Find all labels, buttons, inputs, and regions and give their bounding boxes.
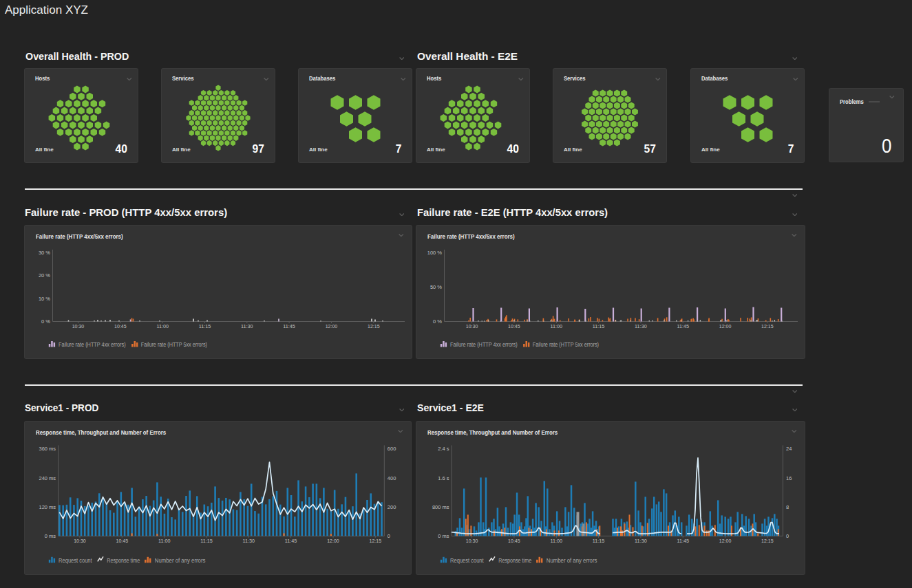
svg-text:30 %: 30 % [39, 250, 50, 256]
svg-text:0 ms: 0 ms [45, 533, 56, 539]
svg-text:11:45: 11:45 [285, 538, 297, 544]
svg-text:11:15: 11:15 [593, 538, 605, 544]
svg-text:11:30: 11:30 [635, 538, 647, 544]
svg-text:Failure rate (HTTP 4xx errors): Failure rate (HTTP 4xx errors) [450, 341, 518, 348]
svg-text:12:15: 12:15 [761, 538, 774, 544]
svg-text:20 %: 20 % [39, 272, 50, 279]
svg-text:10:30: 10:30 [466, 538, 478, 544]
svg-text:0: 0 [388, 533, 390, 539]
svg-text:200: 200 [388, 504, 396, 510]
svg-text:0 %: 0 % [41, 318, 50, 325]
svg-text:120 ms: 120 ms [39, 504, 56, 510]
svg-text:11:00: 11:00 [156, 323, 169, 329]
svg-text:Failure rate (HTTP 5xx errors): Failure rate (HTTP 5xx errors) [533, 341, 599, 348]
svg-text:10:45: 10:45 [116, 538, 129, 544]
svg-text:10:45: 10:45 [508, 538, 520, 544]
svg-text:10 %: 10 % [39, 296, 50, 302]
svg-text:0 %: 0 % [433, 318, 442, 325]
svg-text:11:45: 11:45 [283, 323, 295, 329]
svg-text:10:45: 10:45 [114, 323, 127, 329]
svg-text:10:30: 10:30 [74, 538, 86, 544]
svg-text:12:15: 12:15 [761, 323, 774, 329]
svg-text:11:15: 11:15 [199, 323, 211, 329]
svg-text:8: 8 [786, 504, 789, 510]
svg-text:1.6 s: 1.6 s [438, 475, 449, 481]
svg-text:11:00: 11:00 [158, 538, 171, 544]
svg-text:Number of any errors: Number of any errors [155, 557, 206, 564]
svg-text:10:45: 10:45 [508, 323, 520, 329]
svg-text:12:00: 12:00 [326, 323, 338, 329]
svg-text:0: 0 [786, 533, 789, 539]
svg-text:240 ms: 240 ms [39, 475, 56, 481]
svg-text:11:15: 11:15 [593, 323, 605, 329]
svg-text:11:00: 11:00 [551, 538, 563, 544]
svg-text:11:15: 11:15 [200, 538, 213, 544]
svg-text:12:00: 12:00 [719, 538, 732, 544]
svg-text:11:45: 11:45 [677, 323, 689, 329]
svg-text:11:00: 11:00 [551, 323, 563, 329]
svg-text:360 ms: 360 ms [39, 446, 56, 452]
svg-text:16: 16 [786, 475, 792, 481]
svg-text:600: 600 [388, 446, 396, 452]
svg-text:Failure rate (HTTP 4xx errors): Failure rate (HTTP 4xx errors) [59, 341, 126, 348]
svg-text:11:30: 11:30 [241, 323, 253, 329]
svg-text:Request count: Request count [59, 557, 92, 564]
svg-text:400: 400 [388, 475, 396, 481]
svg-text:11:30: 11:30 [243, 538, 255, 544]
svg-text:Failure rate (HTTP 5xx errors): Failure rate (HTTP 5xx errors) [141, 341, 207, 348]
svg-text:10:30: 10:30 [466, 323, 478, 329]
svg-text:Request count: Request count [450, 557, 484, 564]
svg-text:24: 24 [786, 446, 792, 452]
svg-text:0 ms: 0 ms [438, 533, 449, 539]
svg-text:800 ms: 800 ms [432, 504, 449, 510]
svg-text:11:45: 11:45 [677, 538, 689, 544]
svg-text:12:00: 12:00 [719, 323, 732, 329]
svg-text:Response time: Response time [107, 557, 140, 564]
svg-text:11:30: 11:30 [635, 323, 647, 329]
svg-text:10:30: 10:30 [72, 323, 85, 329]
svg-text:100 %: 100 % [427, 250, 443, 256]
svg-text:Response time: Response time [498, 557, 531, 564]
svg-text:12:15: 12:15 [370, 538, 382, 544]
svg-text:12:15: 12:15 [368, 323, 380, 329]
svg-text:Number of any errors: Number of any errors [547, 557, 597, 564]
svg-text:2.4 s: 2.4 s [438, 446, 449, 452]
svg-text:12:00: 12:00 [327, 538, 339, 544]
svg-text:50 %: 50 % [430, 284, 442, 290]
